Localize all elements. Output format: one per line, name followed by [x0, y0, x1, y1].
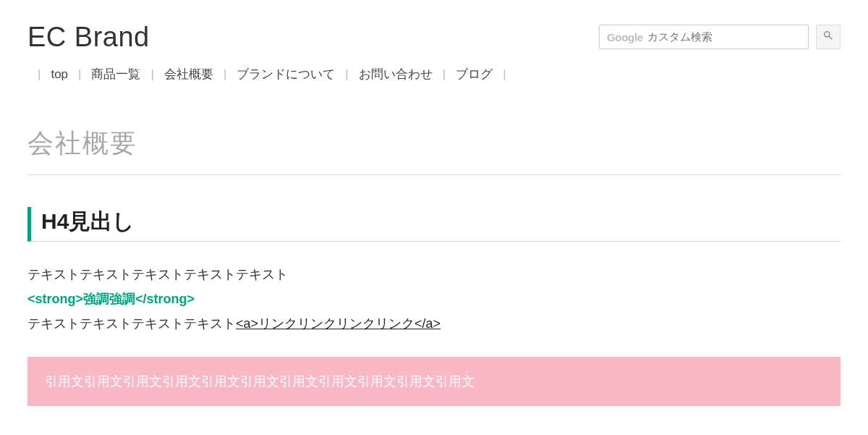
header: EC Brand Google カスタム検索 [27, 22, 841, 53]
nav-separator: | [213, 67, 237, 82]
nav-separator: | [433, 67, 456, 82]
google-logo-icon: Google [607, 31, 643, 43]
nav-separator: | [140, 67, 163, 82]
search-input[interactable]: Google カスタム検索 [599, 25, 809, 49]
nav-item-top[interactable]: top [51, 67, 68, 82]
nav-separator: | [27, 67, 51, 82]
strong-demo: <strong>強調強調</strong> [27, 287, 841, 311]
search-button[interactable] [816, 25, 841, 49]
main-nav: | top | 商品一覧 | 会社概要 | ブランドについて | お問い合わせ … [27, 66, 841, 83]
site-brand[interactable]: EC Brand [27, 22, 150, 53]
section-1: H4見出し テキストテキストテキストテキストテキスト <strong>強調強調<… [27, 207, 841, 406]
link-demo[interactable]: <a>リンクリンクリンクリンク</a> [236, 316, 441, 331]
nav-item-contact[interactable]: お問い合わせ [359, 66, 433, 83]
text-line: テキストテキストテキストテキストテキスト [27, 262, 841, 287]
h4-heading: H4見出し [27, 207, 841, 242]
content: 会社概要 H4見出し テキストテキストテキストテキストテキスト <strong>… [27, 126, 841, 435]
body-text: テキストテキストテキストテキストテキスト <strong>強調強調</stron… [27, 262, 841, 337]
nav-item-company[interactable]: 会社概要 [164, 66, 213, 83]
title-divider [27, 174, 841, 175]
nav-separator: | [335, 67, 358, 82]
text-line-with-link: テキストテキストテキストテキスト<a>リンクリンクリンクリンク</a> [27, 311, 841, 336]
search-area: Google カスタム検索 [599, 25, 841, 49]
nav-item-blog[interactable]: ブログ [456, 66, 493, 83]
search-placeholder: カスタム検索 [647, 30, 712, 44]
page-title: 会社概要 [27, 126, 841, 174]
nav-separator: | [68, 67, 91, 82]
blockquote: 引用文引用文引用文引用文引用文引用文引用文引用文引用文引用文引用文 [27, 357, 841, 406]
nav-item-brand[interactable]: ブランドについて [237, 66, 335, 83]
nav-separator: | [493, 67, 516, 82]
search-icon [822, 30, 834, 44]
nav-item-products[interactable]: 商品一覧 [91, 66, 140, 83]
text-prefix: テキストテキストテキストテキスト [27, 316, 236, 331]
